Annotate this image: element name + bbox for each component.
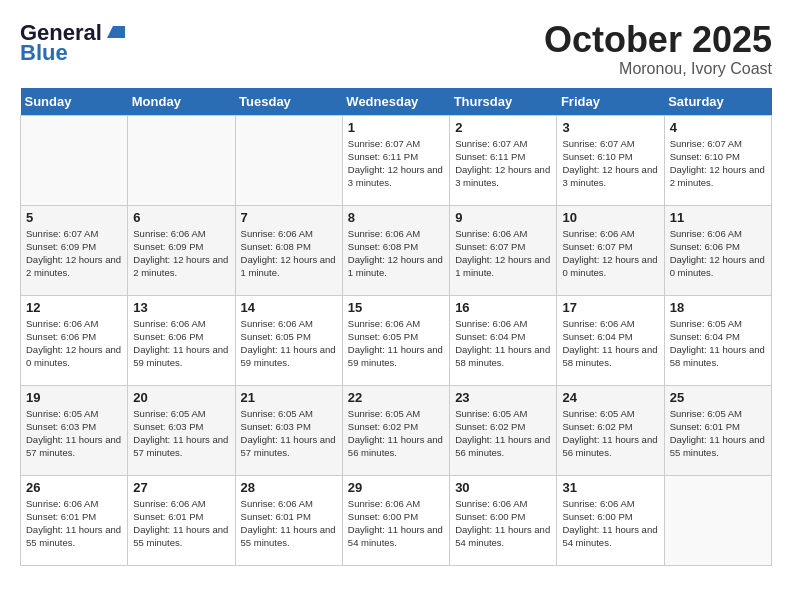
location: Moronou, Ivory Coast — [544, 60, 772, 78]
cell-info: Sunrise: 6:07 AM Sunset: 6:10 PM Dayligh… — [562, 137, 658, 190]
cell-info: Sunrise: 6:05 AM Sunset: 6:01 PM Dayligh… — [670, 407, 766, 460]
cell-info: Sunrise: 6:06 AM Sunset: 6:07 PM Dayligh… — [562, 227, 658, 280]
calendar-week-row: 26Sunrise: 6:06 AM Sunset: 6:01 PM Dayli… — [21, 475, 772, 565]
calendar-cell: 26Sunrise: 6:06 AM Sunset: 6:01 PM Dayli… — [21, 475, 128, 565]
calendar-cell: 17Sunrise: 6:06 AM Sunset: 6:04 PM Dayli… — [557, 295, 664, 385]
calendar-cell — [664, 475, 771, 565]
calendar-cell — [128, 115, 235, 205]
day-number: 2 — [455, 120, 551, 135]
day-number: 19 — [26, 390, 122, 405]
page-header: General Blue October 2025 Moronou, Ivory… — [20, 20, 772, 78]
calendar-week-row: 5Sunrise: 6:07 AM Sunset: 6:09 PM Daylig… — [21, 205, 772, 295]
day-number: 13 — [133, 300, 229, 315]
cell-info: Sunrise: 6:05 AM Sunset: 6:03 PM Dayligh… — [133, 407, 229, 460]
day-number: 7 — [241, 210, 337, 225]
day-number: 15 — [348, 300, 444, 315]
day-number: 30 — [455, 480, 551, 495]
calendar-cell: 6Sunrise: 6:06 AM Sunset: 6:09 PM Daylig… — [128, 205, 235, 295]
day-number: 12 — [26, 300, 122, 315]
cell-info: Sunrise: 6:05 AM Sunset: 6:04 PM Dayligh… — [670, 317, 766, 370]
cell-info: Sunrise: 6:06 AM Sunset: 6:00 PM Dayligh… — [348, 497, 444, 550]
cell-info: Sunrise: 6:06 AM Sunset: 6:05 PM Dayligh… — [348, 317, 444, 370]
cell-info: Sunrise: 6:05 AM Sunset: 6:02 PM Dayligh… — [455, 407, 551, 460]
day-number: 17 — [562, 300, 658, 315]
day-number: 25 — [670, 390, 766, 405]
cell-info: Sunrise: 6:06 AM Sunset: 6:01 PM Dayligh… — [241, 497, 337, 550]
cell-info: Sunrise: 6:06 AM Sunset: 6:00 PM Dayligh… — [455, 497, 551, 550]
day-number: 5 — [26, 210, 122, 225]
calendar-cell: 10Sunrise: 6:06 AM Sunset: 6:07 PM Dayli… — [557, 205, 664, 295]
calendar-cell: 11Sunrise: 6:06 AM Sunset: 6:06 PM Dayli… — [664, 205, 771, 295]
calendar-cell: 9Sunrise: 6:06 AM Sunset: 6:07 PM Daylig… — [450, 205, 557, 295]
calendar-week-row: 12Sunrise: 6:06 AM Sunset: 6:06 PM Dayli… — [21, 295, 772, 385]
cell-info: Sunrise: 6:06 AM Sunset: 6:08 PM Dayligh… — [348, 227, 444, 280]
cell-info: Sunrise: 6:07 AM Sunset: 6:11 PM Dayligh… — [455, 137, 551, 190]
calendar-cell: 13Sunrise: 6:06 AM Sunset: 6:06 PM Dayli… — [128, 295, 235, 385]
calendar-cell: 28Sunrise: 6:06 AM Sunset: 6:01 PM Dayli… — [235, 475, 342, 565]
day-number: 28 — [241, 480, 337, 495]
cell-info: Sunrise: 6:06 AM Sunset: 6:07 PM Dayligh… — [455, 227, 551, 280]
day-number: 4 — [670, 120, 766, 135]
calendar-cell: 23Sunrise: 6:05 AM Sunset: 6:02 PM Dayli… — [450, 385, 557, 475]
weekday-header: Wednesday — [342, 88, 449, 116]
calendar-cell — [235, 115, 342, 205]
day-number: 27 — [133, 480, 229, 495]
month-title: October 2025 — [544, 20, 772, 60]
cell-info: Sunrise: 6:06 AM Sunset: 6:00 PM Dayligh… — [562, 497, 658, 550]
calendar-cell: 19Sunrise: 6:05 AM Sunset: 6:03 PM Dayli… — [21, 385, 128, 475]
calendar-cell: 3Sunrise: 6:07 AM Sunset: 6:10 PM Daylig… — [557, 115, 664, 205]
cell-info: Sunrise: 6:06 AM Sunset: 6:01 PM Dayligh… — [133, 497, 229, 550]
weekday-header: Thursday — [450, 88, 557, 116]
calendar-cell: 30Sunrise: 6:06 AM Sunset: 6:00 PM Dayli… — [450, 475, 557, 565]
svg-marker-0 — [107, 26, 125, 38]
cell-info: Sunrise: 6:06 AM Sunset: 6:04 PM Dayligh… — [455, 317, 551, 370]
calendar-week-row: 1Sunrise: 6:07 AM Sunset: 6:11 PM Daylig… — [21, 115, 772, 205]
day-number: 23 — [455, 390, 551, 405]
calendar-week-row: 19Sunrise: 6:05 AM Sunset: 6:03 PM Dayli… — [21, 385, 772, 475]
weekday-header: Friday — [557, 88, 664, 116]
calendar-cell: 24Sunrise: 6:05 AM Sunset: 6:02 PM Dayli… — [557, 385, 664, 475]
weekday-header: Sunday — [21, 88, 128, 116]
calendar-table: SundayMondayTuesdayWednesdayThursdayFrid… — [20, 88, 772, 566]
calendar-body: 1Sunrise: 6:07 AM Sunset: 6:11 PM Daylig… — [21, 115, 772, 565]
calendar-cell: 29Sunrise: 6:06 AM Sunset: 6:00 PM Dayli… — [342, 475, 449, 565]
cell-info: Sunrise: 6:07 AM Sunset: 6:10 PM Dayligh… — [670, 137, 766, 190]
day-number: 21 — [241, 390, 337, 405]
calendar-cell: 12Sunrise: 6:06 AM Sunset: 6:06 PM Dayli… — [21, 295, 128, 385]
calendar-cell: 4Sunrise: 6:07 AM Sunset: 6:10 PM Daylig… — [664, 115, 771, 205]
weekday-header: Monday — [128, 88, 235, 116]
day-number: 16 — [455, 300, 551, 315]
calendar-cell: 14Sunrise: 6:06 AM Sunset: 6:05 PM Dayli… — [235, 295, 342, 385]
calendar-cell: 15Sunrise: 6:06 AM Sunset: 6:05 PM Dayli… — [342, 295, 449, 385]
day-number: 29 — [348, 480, 444, 495]
cell-info: Sunrise: 6:06 AM Sunset: 6:06 PM Dayligh… — [133, 317, 229, 370]
day-number: 18 — [670, 300, 766, 315]
calendar-cell: 27Sunrise: 6:06 AM Sunset: 6:01 PM Dayli… — [128, 475, 235, 565]
calendar-cell: 31Sunrise: 6:06 AM Sunset: 6:00 PM Dayli… — [557, 475, 664, 565]
calendar-cell — [21, 115, 128, 205]
day-number: 9 — [455, 210, 551, 225]
calendar-cell: 1Sunrise: 6:07 AM Sunset: 6:11 PM Daylig… — [342, 115, 449, 205]
weekday-header: Saturday — [664, 88, 771, 116]
cell-info: Sunrise: 6:05 AM Sunset: 6:03 PM Dayligh… — [26, 407, 122, 460]
cell-info: Sunrise: 6:06 AM Sunset: 6:05 PM Dayligh… — [241, 317, 337, 370]
cell-info: Sunrise: 6:06 AM Sunset: 6:01 PM Dayligh… — [26, 497, 122, 550]
cell-info: Sunrise: 6:05 AM Sunset: 6:02 PM Dayligh… — [348, 407, 444, 460]
calendar-cell: 25Sunrise: 6:05 AM Sunset: 6:01 PM Dayli… — [664, 385, 771, 475]
calendar-cell: 16Sunrise: 6:06 AM Sunset: 6:04 PM Dayli… — [450, 295, 557, 385]
calendar-cell: 20Sunrise: 6:05 AM Sunset: 6:03 PM Dayli… — [128, 385, 235, 475]
day-number: 10 — [562, 210, 658, 225]
day-number: 8 — [348, 210, 444, 225]
title-block: October 2025 Moronou, Ivory Coast — [544, 20, 772, 78]
cell-info: Sunrise: 6:06 AM Sunset: 6:06 PM Dayligh… — [670, 227, 766, 280]
calendar-cell: 2Sunrise: 6:07 AM Sunset: 6:11 PM Daylig… — [450, 115, 557, 205]
day-number: 1 — [348, 120, 444, 135]
calendar-cell: 8Sunrise: 6:06 AM Sunset: 6:08 PM Daylig… — [342, 205, 449, 295]
day-number: 24 — [562, 390, 658, 405]
logo-blue: Blue — [20, 40, 68, 66]
day-number: 20 — [133, 390, 229, 405]
day-number: 14 — [241, 300, 337, 315]
day-number: 31 — [562, 480, 658, 495]
cell-info: Sunrise: 6:05 AM Sunset: 6:02 PM Dayligh… — [562, 407, 658, 460]
day-number: 6 — [133, 210, 229, 225]
